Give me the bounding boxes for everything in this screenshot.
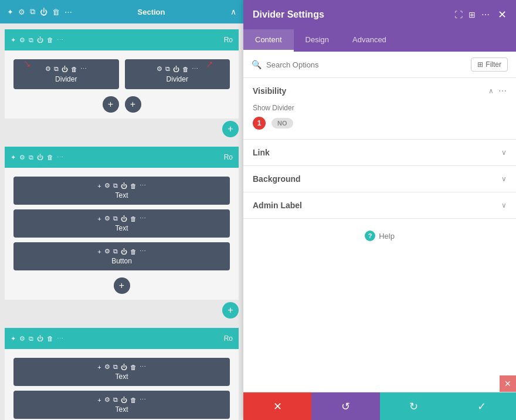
r3t1-gear[interactable]: ⚙ bbox=[104, 363, 110, 371]
row2-add-icon[interactable]: ✦ bbox=[11, 154, 16, 161]
row2-bottom-add-btn[interactable]: + bbox=[222, 302, 239, 319]
r2t1-trash[interactable]: 🗑 bbox=[130, 182, 137, 189]
r2t2-trash[interactable]: 🗑 bbox=[130, 215, 137, 222]
row3-text-1[interactable]: + ⚙ ⧉ ⏻ 🗑 ⋯ Text bbox=[13, 358, 230, 386]
row1-add-icon[interactable]: ✦ bbox=[11, 36, 16, 44]
r3t2-dots[interactable]: ⋯ bbox=[140, 396, 146, 404]
r2b-copy[interactable]: ⧉ bbox=[113, 248, 118, 255]
row3-text-2[interactable]: + ⚙ ⧉ ⏻ 🗑 ⋯ Text bbox=[13, 391, 230, 419]
search-input[interactable] bbox=[266, 60, 466, 69]
dm1-copy-icon[interactable]: ⧉ bbox=[54, 65, 59, 73]
admin-label-chevron[interactable]: ∨ bbox=[501, 201, 507, 209]
r2t1-gear[interactable]: ⚙ bbox=[104, 182, 110, 189]
r2b-dots[interactable]: ⋯ bbox=[140, 248, 146, 255]
dm2-dots-icon[interactable]: ⋯ bbox=[192, 65, 198, 73]
r2t1-plus[interactable]: + bbox=[97, 182, 101, 189]
row1-gear-icon[interactable]: ⚙ bbox=[19, 36, 25, 44]
row2-text-1[interactable]: + ⚙ ⧉ ⏻ 🗑 ⋯ Text bbox=[13, 177, 230, 205]
panel-close-icon[interactable]: ✕ bbox=[498, 8, 507, 21]
footer-save-button[interactable]: ✓ bbox=[448, 392, 516, 420]
r3t2-plus[interactable]: + bbox=[97, 397, 101, 404]
dm2-gear-icon[interactable]: ⚙ bbox=[157, 65, 162, 73]
dm1-power-icon[interactable]: ⏻ bbox=[62, 66, 68, 73]
row1-bottom-add-btn[interactable]: + bbox=[222, 121, 239, 137]
r2b-gear[interactable]: ⚙ bbox=[104, 248, 110, 255]
r2b-trash[interactable]: 🗑 bbox=[130, 248, 137, 255]
row1-add-right[interactable]: + bbox=[125, 96, 141, 113]
background-chevron[interactable]: ∨ bbox=[501, 175, 507, 183]
r3t2-copy[interactable]: ⧉ bbox=[113, 396, 118, 404]
visibility-chevron-up[interactable]: ∧ bbox=[488, 87, 494, 95]
row3-copy-icon[interactable]: ⧉ bbox=[29, 335, 33, 343]
r3t1-dots[interactable]: ⋯ bbox=[140, 363, 146, 371]
row1-copy-icon[interactable]: ⧉ bbox=[29, 36, 33, 44]
section-power-icon[interactable]: ⏻ bbox=[40, 8, 47, 16]
r2t2-copy[interactable]: ⧉ bbox=[113, 215, 118, 222]
r3t2-power[interactable]: ⏻ bbox=[121, 397, 127, 404]
link-section-header[interactable]: Link ∨ bbox=[243, 140, 516, 165]
admin-label-section-header[interactable]: Admin Label ∨ bbox=[243, 192, 516, 218]
row2-copy-icon[interactable]: ⧉ bbox=[29, 154, 33, 161]
divider-module-2[interactable]: ⚙ ⧉ ⏻ 🗑 ⋯ Divider bbox=[125, 59, 230, 89]
visibility-dots[interactable]: ⋯ bbox=[498, 86, 507, 96]
r2t1-copy[interactable]: ⧉ bbox=[113, 182, 118, 189]
row1-trash-icon[interactable]: 🗑 bbox=[47, 36, 53, 44]
footer-redo-button[interactable]: ↻ bbox=[380, 392, 448, 420]
r2t2-gear[interactable]: ⚙ bbox=[104, 215, 110, 222]
panel-corner-close[interactable]: ✕ bbox=[500, 375, 516, 392]
r2b-plus[interactable]: + bbox=[97, 248, 101, 255]
r2t2-plus[interactable]: + bbox=[97, 215, 101, 222]
row2-gear-icon[interactable]: ⚙ bbox=[19, 154, 25, 161]
dm2-power-icon[interactable]: ⏻ bbox=[173, 66, 179, 73]
row3-dots-icon[interactable]: ⋯ bbox=[57, 335, 63, 343]
row2-add-btn[interactable]: + bbox=[114, 277, 130, 294]
dm1-gear-icon[interactable]: ⚙ bbox=[45, 65, 51, 73]
r3t2-gear[interactable]: ⚙ bbox=[104, 396, 110, 404]
section-dots-icon[interactable]: ⋯ bbox=[64, 8, 72, 16]
filter-button[interactable]: ⊞ Filter bbox=[471, 57, 508, 72]
r3t1-plus[interactable]: + bbox=[97, 364, 101, 371]
footer-undo-button[interactable]: ↺ bbox=[311, 392, 379, 420]
row2-trash-icon[interactable]: 🗑 bbox=[47, 154, 53, 161]
background-section-header[interactable]: Background ∨ bbox=[243, 166, 516, 192]
row3-add-icon[interactable]: ✦ bbox=[11, 335, 16, 343]
panel-split-icon[interactable]: ⊞ bbox=[469, 10, 476, 19]
r2t1-power[interactable]: ⏻ bbox=[121, 182, 127, 189]
dm2-trash-icon[interactable]: 🗑 bbox=[182, 66, 189, 73]
row2-button[interactable]: + ⚙ ⧉ ⏻ 🗑 ⋯ Button bbox=[13, 242, 230, 270]
r3t1-trash[interactable]: 🗑 bbox=[130, 364, 137, 371]
row3-power-icon[interactable]: ⏻ bbox=[37, 335, 43, 343]
dm1-dots-icon[interactable]: ⋯ bbox=[80, 65, 87, 73]
panel-resize-icon[interactable]: ⛶ bbox=[454, 10, 463, 19]
tab-design[interactable]: Design bbox=[294, 29, 341, 52]
r3t1-copy[interactable]: ⧉ bbox=[113, 363, 118, 371]
row2-power-icon[interactable]: ⏻ bbox=[37, 154, 43, 161]
visibility-section-header[interactable]: Visibility ∧ ⋯ bbox=[243, 78, 516, 104]
dm2-copy-icon[interactable]: ⧉ bbox=[165, 65, 170, 73]
row2-dots-icon[interactable]: ⋯ bbox=[57, 154, 63, 161]
r2t2-power[interactable]: ⏻ bbox=[121, 215, 127, 222]
link-chevron[interactable]: ∨ bbox=[501, 148, 507, 157]
section-copy-icon[interactable]: ⧉ bbox=[30, 7, 35, 16]
r3t1-power[interactable]: ⏻ bbox=[121, 364, 127, 371]
panel-dots-icon[interactable]: ⋯ bbox=[481, 10, 490, 19]
toggle-no[interactable]: NO bbox=[271, 118, 293, 128]
row2-text-2[interactable]: + ⚙ ⧉ ⏻ 🗑 ⋯ Text bbox=[13, 209, 230, 238]
r2t2-dots[interactable]: ⋯ bbox=[140, 215, 146, 222]
section-trash-icon[interactable]: 🗑 bbox=[52, 8, 60, 16]
row1-power-icon[interactable]: ⏻ bbox=[37, 36, 43, 44]
row1-add-left[interactable]: + bbox=[103, 96, 119, 113]
section-collapse-icon[interactable]: ∧ bbox=[230, 7, 236, 16]
row3-trash-icon[interactable]: 🗑 bbox=[47, 335, 53, 343]
divider-module-1[interactable]: ⚙ ⧉ ⏻ 🗑 ⋯ Divider bbox=[13, 59, 119, 89]
section-add-icon[interactable]: ✦ bbox=[7, 8, 13, 16]
r2b-power[interactable]: ⏻ bbox=[121, 248, 127, 255]
tab-advanced[interactable]: Advanced bbox=[341, 29, 398, 52]
footer-cancel-button[interactable]: ✕ bbox=[243, 392, 311, 420]
r3t2-trash[interactable]: 🗑 bbox=[130, 397, 137, 404]
dm1-trash-icon[interactable]: 🗑 bbox=[71, 66, 77, 73]
tab-content[interactable]: Content bbox=[243, 29, 294, 52]
r2t1-dots[interactable]: ⋯ bbox=[140, 182, 146, 189]
row3-gear-icon[interactable]: ⚙ bbox=[19, 335, 25, 343]
row1-dots-icon[interactable]: ⋯ bbox=[57, 36, 63, 44]
